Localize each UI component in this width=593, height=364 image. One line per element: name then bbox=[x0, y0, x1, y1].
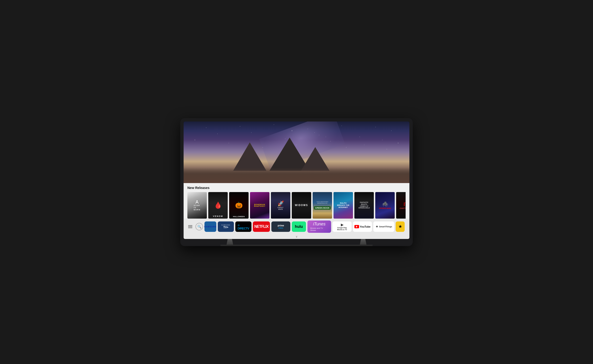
movie-poster-crimes[interactable]: FANTASTICBEASTSCRIMES OFGRINDELWALD bbox=[354, 192, 374, 219]
at-symbol: @ bbox=[237, 224, 240, 226]
tv-plus-tile[interactable]: SAMSUNG TV+ bbox=[218, 221, 234, 232]
prime-logo: prime video bbox=[277, 224, 284, 229]
movie-poster-firstman[interactable]: 🚀 FIRSTMAN bbox=[271, 192, 290, 219]
movie-poster-greenbook[interactable]: VIGGO MORTENSENMAHERSHALA ALI GREEN BOOK bbox=[313, 192, 332, 219]
youtube-play-icon bbox=[356, 226, 357, 228]
tvplus-main-label: TV+ bbox=[223, 226, 229, 229]
extra-icon: ★ bbox=[398, 224, 402, 229]
ground bbox=[184, 168, 409, 183]
netflix-tile[interactable]: NETFLIX bbox=[253, 221, 270, 232]
poster-content: A STARISBORN bbox=[187, 192, 207, 219]
hamburger-line bbox=[188, 228, 192, 228]
directv-tile[interactable]: @ DIRECTV bbox=[235, 221, 251, 232]
itunes-sublabel: Movies and TV Shows bbox=[310, 227, 328, 231]
prime-text-label: prime bbox=[277, 224, 284, 227]
poster-star-text: STARISBORN bbox=[194, 204, 201, 211]
actor-names: VIGGO MORTENSENMAHERSHALA ALI bbox=[317, 201, 328, 204]
poster-content: VIGGO MORTENSENMAHERSHALA ALI GREEN BOOK bbox=[313, 192, 332, 219]
poster-content: FANTASTICBEASTSCRIMES OFGRINDELWALD bbox=[354, 192, 374, 219]
chevron-down-icon[interactable]: ∨ bbox=[296, 235, 298, 238]
mountain-left bbox=[233, 142, 266, 171]
youtube-logo: YouTube bbox=[354, 225, 371, 228]
directv-logo: @ DIRECTV bbox=[237, 223, 249, 230]
hamburger-line bbox=[188, 226, 192, 227]
samsung-smart-tile[interactable]: SAMSUNG bbox=[204, 221, 216, 232]
directv-label: DIRECTV bbox=[237, 227, 249, 230]
hamburger-menu-button[interactable] bbox=[186, 222, 195, 231]
poster-a-letter: A bbox=[195, 200, 199, 204]
bottom-chevron-area: ∨ bbox=[184, 235, 409, 239]
poster-title: HALLOWEEN bbox=[229, 215, 249, 219]
bohemian-title: BOHEMIANRHAPSODY bbox=[254, 204, 265, 207]
tv-screen: New Releases A STARISBORN 🩸 VENOM bbox=[184, 122, 409, 239]
movie-poster-it2[interactable]: IT CHAPTER TWO bbox=[396, 192, 406, 219]
itunes-tile[interactable]: iTunes Movies and TV Shows bbox=[307, 221, 331, 233]
netflix-label: NETFLIX bbox=[254, 225, 269, 229]
movie-poster-bohemian[interactable]: BOHEMIANRHAPSODY bbox=[250, 192, 270, 219]
movie-poster-venom[interactable]: 🩸 VENOM bbox=[208, 192, 228, 219]
movie-poster-wreck[interactable]: RALPHBREAKS THEINTERNET bbox=[334, 192, 353, 219]
hero-background bbox=[184, 122, 409, 183]
spiderman-icon: 🕷️ bbox=[382, 201, 388, 207]
wreck-title: RALPHBREAKS THEINTERNET bbox=[337, 202, 349, 208]
poster-content: BOHEMIANRHAPSODY bbox=[250, 192, 270, 219]
hulu-label: hulu bbox=[295, 225, 303, 229]
stand-base bbox=[220, 245, 373, 246]
hamburger-icon bbox=[188, 225, 192, 228]
it2-subtitle: CHAPTER TWO bbox=[400, 208, 406, 209]
prime-video-tile[interactable]: prime video bbox=[271, 221, 290, 232]
gplay-sublabel: Movies & TV bbox=[337, 229, 347, 230]
gplay-label: Google Play bbox=[337, 227, 347, 228]
poster-content: IT CHAPTER TWO bbox=[396, 192, 406, 219]
itunes-label: iTunes bbox=[313, 222, 326, 227]
smartthings-tile[interactable]: ✦ SmartThings bbox=[373, 221, 394, 232]
firstman-title: FIRSTMAN bbox=[277, 207, 283, 210]
movie-poster-widows[interactable]: WIDOWS bbox=[292, 192, 311, 219]
mountain-right bbox=[301, 147, 330, 171]
tvplus-logo: SAMSUNG TV+ bbox=[221, 224, 230, 229]
crimes-title: FANTASTICBEASTSCRIMES OFGRINDELWALD bbox=[358, 202, 370, 209]
movies-row: A STARISBORN 🩸 VENOM 🎃 HALLOW bbox=[187, 192, 406, 219]
smartthings-logo: ✦ SmartThings bbox=[376, 225, 392, 228]
youtube-icon bbox=[354, 225, 359, 228]
poster-content: 🕷️ SPIDER-MAN bbox=[375, 192, 395, 219]
movie-poster-halloween[interactable]: 🎃 HALLOWEEN bbox=[229, 192, 249, 219]
search-icon: 🔍 bbox=[197, 225, 201, 228]
youtube-label: YouTube bbox=[360, 225, 371, 228]
greenbook-title: GREEN BOOK bbox=[314, 206, 331, 210]
hulu-tile[interactable]: hulu bbox=[292, 221, 306, 232]
content-section: New Releases A STARISBORN 🩸 VENOM bbox=[184, 183, 409, 219]
hamburger-line bbox=[188, 225, 192, 226]
youtube-tile[interactable]: YouTube bbox=[353, 221, 372, 232]
firstman-icon: 🚀 bbox=[277, 201, 284, 207]
samsung-icon: SAMSUNG bbox=[204, 226, 217, 228]
halloween-icon: 🎃 bbox=[235, 202, 243, 209]
tv-frame: New Releases A STARISBORN 🩸 VENOM bbox=[180, 118, 413, 246]
poster-content: 🚀 FIRSTMAN bbox=[271, 192, 290, 219]
venom-symbol: 🩸 bbox=[214, 201, 222, 209]
gplay-logo: ▶ Google Play Movies & TV bbox=[337, 223, 347, 230]
smartthings-label: SmartThings bbox=[379, 226, 392, 228]
poster-title: VENOM bbox=[208, 214, 228, 219]
section-title: New Releases bbox=[187, 186, 406, 190]
tv-stand bbox=[184, 239, 409, 246]
smartthings-icon: ✦ bbox=[376, 225, 378, 228]
poster-content: WIDOWS bbox=[292, 192, 311, 219]
it2-title: IT bbox=[404, 201, 406, 208]
widows-title: WIDOWS bbox=[295, 204, 308, 207]
app-bar-controls: 🔍 bbox=[186, 222, 203, 231]
prime-sub-label: video bbox=[278, 227, 283, 229]
movie-poster-star-is-born[interactable]: A STARISBORN bbox=[187, 192, 207, 219]
poster-content: 🩸 VENOM bbox=[208, 192, 228, 219]
poster-content: 🎃 bbox=[229, 192, 249, 219]
app-bar: 🔍 SAMSUNG SAMSUNG TV+ @ DIRECTV bbox=[184, 219, 409, 235]
search-button[interactable]: 🔍 bbox=[195, 223, 203, 230]
movie-poster-spiderman[interactable]: 🕷️ SPIDER-MAN bbox=[375, 192, 395, 219]
google-play-tile[interactable]: ▶ Google Play Movies & TV bbox=[333, 221, 351, 232]
poster-content: RALPHBREAKS THEINTERNET bbox=[334, 192, 353, 219]
gplay-icon: ▶ bbox=[341, 223, 344, 227]
extra-app-tile[interactable]: ★ bbox=[396, 221, 405, 232]
spiderman-title: SPIDER-MAN bbox=[379, 207, 391, 209]
